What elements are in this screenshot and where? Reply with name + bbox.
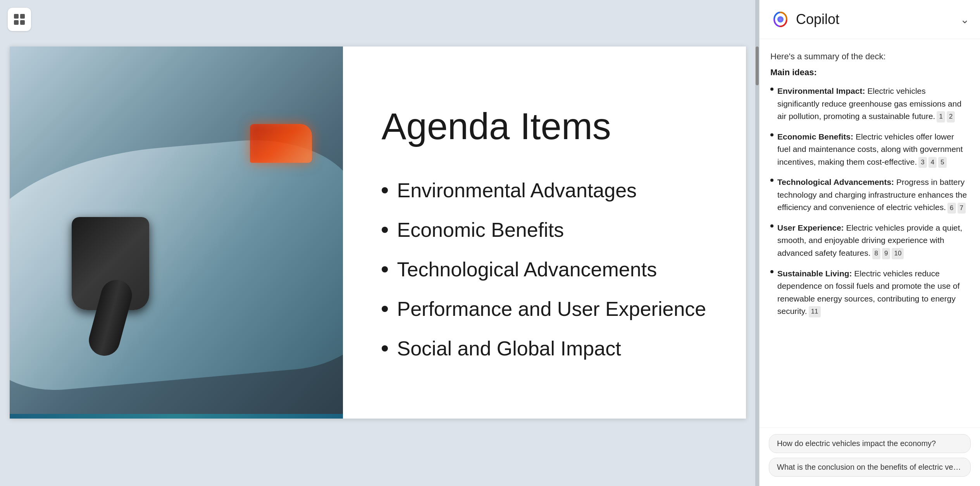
suggestion-chip-1[interactable]: How do electric vehicles impact the econ… [769,434,971,453]
agenda-item: Social and Global Impact [382,337,707,360]
charging-port [72,217,149,310]
slide-bottom-bar [10,414,343,419]
car-body [10,131,343,396]
scroll-thumb [756,47,759,85]
slide-content: Agenda Items Environmental Advantages Ec… [343,47,746,419]
agenda-bullet [382,187,388,193]
summary-text: User Experience: Electric vehicles provi… [777,222,969,260]
agenda-item: Economic Benefits [382,218,707,241]
ref-badge: 1 [937,111,945,122]
agenda-item-label: Technological Advancements [397,258,657,281]
summary-text: Economic Benefits: Electric vehicles off… [777,131,969,169]
agenda-item-label: Economic Benefits [397,218,564,241]
slide-title: Agenda Items [382,105,707,148]
summary-list: Environmental Impact: Electric vehicles … [770,85,969,318]
copilot-content: Here's a summary of the deck: Main ideas… [760,39,980,427]
ref-badge: 11 [809,306,821,317]
charging-plug [72,217,149,310]
summary-item: User Experience: Electric vehicles provi… [770,222,969,260]
ref-badge: 4 [928,157,937,168]
ref-badge: 3 [918,157,927,168]
summary-bullet [770,88,773,91]
suggestion-chip-2[interactable]: What is the conclusion on the benefits o… [769,458,971,477]
summary-text: Technological Advancements: Progress in … [777,176,969,214]
summary-item: Sustainable Living: Electric vehicles re… [770,267,969,318]
summary-bullet [770,270,773,273]
ref-badge: 7 [958,203,966,214]
agenda-item-label: Environmental Advantages [397,179,637,202]
summary-text: Sustainable Living: Electric vehicles re… [777,267,969,318]
agenda-item-label: Performance and User Experience [397,297,706,321]
copilot-title: Copilot [796,11,839,28]
copilot-collapse-button[interactable]: ⌄ [960,13,969,26]
agenda-bullet [382,345,388,352]
presentation-toggle-button[interactable] [8,8,31,31]
agenda-item: Technological Advancements [382,258,707,281]
agenda-item-label: Social and Global Impact [397,337,621,360]
ref-badge: 10 [892,248,904,259]
presentation-area: Agenda Items Environmental Advantages Ec… [0,0,755,486]
summary-bullet [770,179,773,182]
agenda-bullet [382,306,388,312]
copilot-logo-icon [770,9,791,29]
copilot-header: Copilot ⌄ [760,0,980,39]
ref-badge: 5 [938,157,946,168]
copilot-footer: How do electric vehicles impact the econ… [760,427,980,486]
tail-light [250,124,312,163]
svg-rect-2 [14,20,19,25]
summary-item: Economic Benefits: Electric vehicles off… [770,131,969,169]
copilot-title-row: Copilot [770,9,839,29]
svg-rect-1 [20,14,25,19]
scroll-divider [755,0,759,486]
agenda-bullet [382,227,388,233]
svg-point-5 [777,16,784,22]
ref-badge: 2 [947,111,955,122]
summary-item: Environmental Impact: Electric vehicles … [770,85,969,123]
svg-rect-0 [14,14,19,19]
summary-text: Environmental Impact: Electric vehicles … [777,85,969,123]
agenda-item: Performance and User Experience [382,297,707,321]
summary-intro: Here's a summary of the deck: [770,50,969,63]
ref-badge: 9 [882,248,890,259]
main-ideas-label: Main ideas: [770,66,969,79]
svg-rect-3 [20,20,25,25]
agenda-list: Environmental Advantages Economic Benefi… [382,179,707,360]
ref-badge: 6 [947,203,956,214]
copilot-panel: Copilot ⌄ Here's a summary of the deck: … [759,0,980,486]
agenda-item: Environmental Advantages [382,179,707,202]
ref-badge: 8 [872,248,880,259]
slide-image [10,47,343,419]
summary-bullet [770,133,773,136]
summary-item: Technological Advancements: Progress in … [770,176,969,214]
summary-bullet [770,224,773,227]
agenda-bullet [382,266,388,272]
slide-container: Agenda Items Environmental Advantages Ec… [10,47,746,419]
